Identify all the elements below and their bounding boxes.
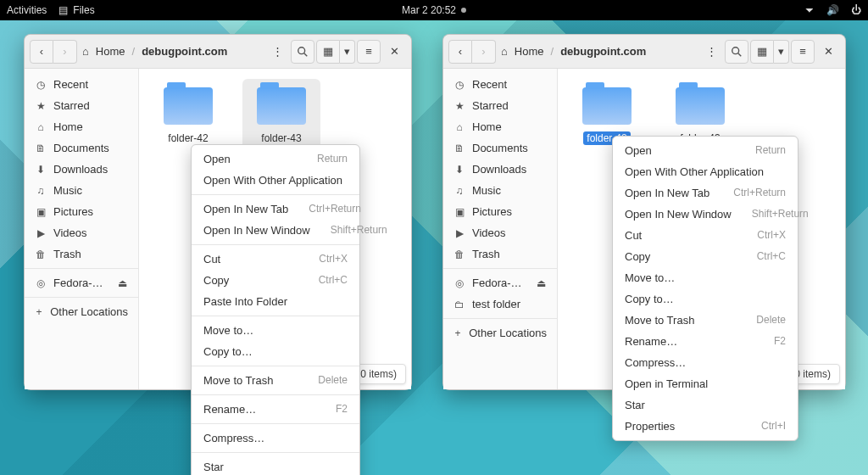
close-button[interactable]: ✕ [382, 40, 406, 64]
folder-icon [164, 87, 213, 125]
menu-item-copy[interactable]: CopyCtrl+C [613, 246, 798, 267]
icon-view-button[interactable]: ▦ [316, 40, 340, 64]
menu-item-move-to[interactable]: Move to… [613, 267, 798, 288]
folder-label: folder-42 [164, 131, 211, 145]
menu-item-move-trash[interactable]: Move to TrashDelete [192, 370, 359, 391]
breadcrumb[interactable]: ⌂ Home / debugpoint.com [79, 45, 231, 58]
svg-line-3 [738, 53, 742, 56]
menu-item-open-window[interactable]: Open In New WindowShift+Return [192, 220, 359, 241]
menu-item-move-to[interactable]: Move to… [192, 320, 359, 341]
menu-item-open-tab[interactable]: Open In New TabCtrl+Return [613, 182, 798, 204]
menu-item-open-window[interactable]: Open In New WindowShift+Return [613, 204, 798, 225]
menu-item-rename[interactable]: Rename…F2 [613, 331, 798, 352]
document-icon: 🗎 [35, 142, 47, 154]
menu-item-open-tab[interactable]: Open In New TabCtrl+Return [192, 198, 359, 220]
sidebar-item-downloads[interactable]: ⬇Downloads [25, 159, 138, 180]
menu-item-copy-to[interactable]: Copy to… [613, 288, 798, 310]
sidebar-item-volume[interactable]: ◎Fedora-WS-Li…⏏ [25, 272, 138, 293]
sidebar-item-starred[interactable]: ★Starred [25, 95, 138, 116]
sidebar-item-documents[interactable]: 🗎Documents [25, 137, 138, 159]
sidebar: ◷Recent ★Starred ⌂Home 🗎Documents ⬇Downl… [25, 69, 139, 389]
sidebar-item-trash[interactable]: 🗑Trash [25, 243, 138, 265]
menu-item-cut[interactable]: CutCtrl+X [192, 249, 359, 270]
trash-icon: 🗑 [453, 249, 465, 260]
sidebar-item-other-locations[interactable]: +Other Locations [25, 301, 138, 322]
kebab-menu-button[interactable]: ⋮ [265, 40, 289, 64]
menu-item-compress[interactable]: Compress… [613, 352, 798, 373]
sidebar-item-pictures[interactable]: ▣Pictures [443, 201, 557, 222]
hamburger-menu-button[interactable]: ≡ [791, 40, 815, 64]
network-icon[interactable]: ⏷ [804, 4, 815, 16]
menu-item-star[interactable]: Star [192, 456, 359, 475]
breadcrumb[interactable]: ⌂ Home / debugpoint.com [498, 45, 649, 58]
sidebar-item-recent[interactable]: ◷Recent [25, 74, 138, 95]
icon-view-button[interactable]: ▦ [750, 40, 774, 64]
sidebar-item-videos[interactable]: ▶Videos [25, 222, 138, 243]
plus-icon: + [453, 327, 462, 339]
view-options-button[interactable]: ▾ [340, 40, 355, 64]
sidebar-item-videos[interactable]: ▶Videos [443, 222, 557, 243]
menu-item-copy-to[interactable]: Copy to… [192, 341, 359, 362]
clock-icon: ◷ [35, 79, 47, 91]
menu-item-rename[interactable]: Rename…F2 [192, 399, 359, 420]
sidebar-item-recent[interactable]: ◷Recent [443, 74, 557, 95]
back-button[interactable]: ‹ [448, 40, 472, 64]
volume-icon[interactable]: 🔊 [826, 4, 839, 16]
sidebar-item-trash[interactable]: 🗑Trash [443, 243, 557, 265]
path-separator-icon: / [132, 45, 136, 58]
sidebar-item-volume[interactable]: ◎Fedora-WS-L…⏏ [443, 272, 557, 293]
power-icon[interactable]: ⏻ [851, 4, 861, 16]
svg-point-2 [732, 47, 739, 53]
hamburger-menu-button[interactable]: ≡ [357, 40, 381, 64]
menu-item-move-trash[interactable]: Move to TrashDelete [613, 310, 798, 331]
eject-icon[interactable]: ⏏ [116, 277, 128, 289]
sidebar-item-starred[interactable]: ★Starred [443, 95, 557, 116]
home-icon: ⌂ [82, 45, 89, 58]
sidebar-item-testfolder[interactable]: 🗀test folder [443, 293, 557, 315]
trash-icon: 🗑 [35, 249, 47, 260]
menu-item-cut[interactable]: CutCtrl+X [613, 225, 798, 246]
menu-item-open-terminal[interactable]: Open in Terminal [613, 373, 798, 394]
sidebar-item-pictures[interactable]: ▣Pictures [25, 201, 138, 222]
activities-button[interactable]: Activities [7, 4, 47, 16]
menu-item-compress[interactable]: Compress… [192, 428, 359, 449]
sidebar-item-other-locations[interactable]: +Other Locations [443, 322, 557, 344]
view-options-button[interactable]: ▾ [774, 40, 789, 64]
app-menu[interactable]: ▤ Files [58, 4, 94, 16]
close-button[interactable]: ✕ [816, 40, 840, 64]
menu-item-paste-into[interactable]: Paste Into Folder [192, 291, 359, 312]
forward-button[interactable]: › [472, 40, 496, 64]
menu-item-copy[interactable]: CopyCtrl+C [192, 270, 359, 291]
notification-dot-icon [461, 8, 466, 13]
plus-icon: + [35, 306, 43, 318]
clock-icon: ◷ [453, 79, 465, 91]
forward-button[interactable]: › [53, 40, 77, 64]
music-icon: ♫ [453, 185, 465, 197]
search-button[interactable] [291, 40, 314, 64]
sidebar-item-documents[interactable]: 🗎Documents [443, 137, 557, 159]
sidebar-item-music[interactable]: ♫Music [25, 180, 138, 201]
menu-item-open[interactable]: OpenReturn [613, 140, 798, 161]
menu-item-properties[interactable]: PropertiesCtrl+I [613, 416, 798, 437]
folder-item[interactable]: folder-42 [149, 79, 227, 150]
folder-item[interactable]: folder-43 [242, 79, 320, 150]
menu-item-star[interactable]: Star [613, 394, 798, 416]
menu-item-open-with[interactable]: Open With Other Application [192, 170, 359, 191]
sidebar-item-home[interactable]: ⌂Home [443, 116, 557, 137]
back-button[interactable]: ‹ [30, 40, 53, 64]
menu-item-open[interactable]: OpenReturn [192, 148, 359, 170]
star-icon: ★ [35, 100, 47, 112]
kebab-menu-button[interactable]: ⋮ [699, 40, 723, 64]
eject-icon[interactable]: ⏏ [535, 277, 547, 289]
sidebar-item-music[interactable]: ♫Music [443, 180, 557, 201]
picture-icon: ▣ [35, 206, 47, 218]
download-icon: ⬇ [453, 164, 465, 176]
sidebar-item-home[interactable]: ⌂Home [25, 116, 138, 137]
sidebar-item-downloads[interactable]: ⬇Downloads [443, 159, 557, 180]
disc-icon: ◎ [35, 277, 47, 289]
video-icon: ▶ [35, 227, 47, 239]
document-icon: 🗎 [453, 142, 465, 154]
search-button[interactable] [725, 40, 748, 64]
clock[interactable]: Mar 2 20:52 [402, 4, 456, 16]
menu-item-open-with[interactable]: Open With Other Application [613, 161, 798, 182]
